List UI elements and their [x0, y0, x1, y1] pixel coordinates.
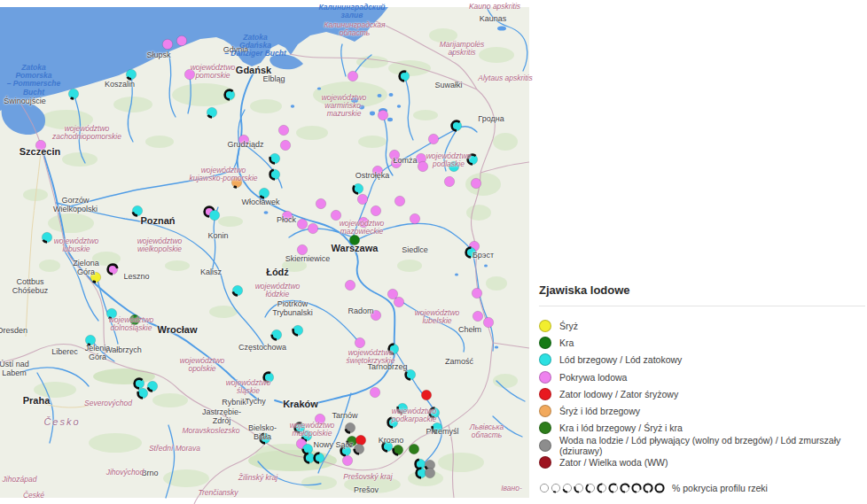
- station-marker-o[interactable]: [230, 175, 244, 190]
- station-marker-p[interactable]: [295, 243, 309, 257]
- station-marker-p[interactable]: [393, 194, 407, 208]
- coverage-60-percent-icon: [608, 483, 619, 493]
- station-marker-c[interactable]: [397, 69, 411, 83]
- station-marker-p[interactable]: [353, 336, 367, 350]
- station-marker-k[interactable]: [128, 313, 142, 327]
- station-marker-c[interactable]: [207, 208, 222, 222]
- ice-phenomena-map-app: ŚwinoujścieSzczecinKoszalinSłupskGdyniaG…: [0, 0, 867, 504]
- legend-item: Woda na lodzie / Lód pływający (wolny od…: [539, 437, 865, 454]
- station-marker-p[interactable]: [469, 176, 483, 190]
- station-marker-c[interactable]: [403, 368, 418, 382]
- legend-coverage-row: % pokrycia profilu rzeki: [539, 483, 865, 493]
- station-marker-p[interactable]: [376, 108, 390, 122]
- station-marker-p[interactable]: [442, 174, 457, 189]
- station-marker-c[interactable]: [223, 88, 237, 102]
- station-marker-p[interactable]: [183, 67, 197, 81]
- legend-swatch-icon: [539, 337, 551, 349]
- legend-item-label: Kra i lód brzegowy / Śryż i kra: [559, 423, 683, 433]
- station-marker-p[interactable]: [371, 164, 385, 178]
- station-marker-p[interactable]: [314, 197, 328, 211]
- station-marker-p[interactable]: [313, 412, 327, 426]
- station-marker-c[interactable]: [130, 204, 144, 218]
- legend-item-label: Śryż i lód brzegowy: [559, 406, 640, 416]
- station-marker-p[interactable]: [416, 159, 430, 174]
- station-marker-c[interactable]: [40, 230, 54, 244]
- coverage-80-percent-icon: [631, 483, 642, 493]
- station-marker-c[interactable]: [66, 87, 81, 101]
- station-marker-c[interactable]: [269, 328, 284, 342]
- station-marker-p[interactable]: [343, 278, 357, 292]
- legend-swatch-icon: [539, 422, 551, 434]
- station-marker-c[interactable]: [312, 451, 326, 465]
- station-marker-g[interactable]: [407, 442, 421, 456]
- legend-item: Śryż: [539, 317, 865, 334]
- station-marker-p[interactable]: [329, 208, 343, 222]
- station-marker-c[interactable]: [447, 159, 461, 174]
- legend-item: Śryż i lód brzegowy: [539, 402, 865, 419]
- station-marker-w[interactable]: [423, 466, 437, 480]
- station-marker-p[interactable]: [346, 69, 360, 83]
- station-marker-p[interactable]: [408, 212, 422, 226]
- station-marker-c[interactable]: [268, 151, 282, 166]
- station-marker-c[interactable]: [291, 323, 305, 337]
- station-marker-c[interactable]: [387, 342, 401, 356]
- legend-item-label: Kra: [559, 337, 574, 348]
- legend-item-label: Lód brzegowy / Lód zatokowy: [559, 354, 682, 365]
- station-marker-c[interactable]: [427, 406, 441, 420]
- station-marker-p[interactable]: [369, 204, 383, 218]
- legend-swatch-icon: [539, 405, 551, 417]
- station-marker-c[interactable]: [395, 401, 410, 415]
- station-marker-p[interactable]: [369, 308, 383, 322]
- station-marker-c[interactable]: [386, 415, 400, 430]
- station-marker-p[interactable]: [470, 286, 484, 300]
- legend-swatch-icon: [539, 456, 551, 469]
- coverage-scale-icons: [539, 483, 665, 493]
- coverage-40-percent-icon: [585, 483, 596, 493]
- legend-swatch-icon: [539, 388, 551, 400]
- station-marker-p[interactable]: [355, 192, 370, 206]
- station-marker-c[interactable]: [124, 67, 138, 81]
- station-marker-c[interactable]: [465, 152, 480, 167]
- legend-item: Zator / Wielka woda (WW): [539, 454, 865, 470]
- station-marker-p[interactable]: [306, 221, 320, 236]
- station-marker-c[interactable]: [268, 167, 282, 182]
- station-marker-p[interactable]: [426, 132, 441, 146]
- station-marker-p[interactable]: [389, 156, 403, 170]
- legend-items: ŚryżKraLód brzegowy / Lód zatokowyPokryw…: [539, 317, 865, 471]
- legend-title: Zjawiska lodowe: [539, 283, 865, 297]
- station-marker-c[interactable]: [257, 186, 271, 200]
- station-marker-p[interactable]: [481, 315, 496, 330]
- station-marker-p[interactable]: [237, 133, 251, 147]
- legend-item: Zator lodowy / Zator śryżowy: [539, 385, 865, 402]
- station-marker-p[interactable]: [340, 454, 355, 468]
- station-marker-g[interactable]: [391, 443, 405, 457]
- station-marker-p[interactable]: [175, 34, 189, 48]
- station-marker-p[interactable]: [34, 138, 48, 152]
- station-marker-y[interactable]: [89, 270, 103, 284]
- station-marker-p[interactable]: [278, 138, 293, 152]
- legend-item: Kra: [539, 334, 865, 351]
- legend-item-label: Pokrywa lodowa: [559, 372, 627, 383]
- station-marker-p[interactable]: [392, 295, 406, 309]
- station-marker-c[interactable]: [136, 386, 150, 400]
- legend-item-label: Zator / Wielka woda (WW): [559, 457, 668, 468]
- station-marker-c[interactable]: [258, 431, 272, 446]
- station-marker-c[interactable]: [464, 245, 478, 260]
- station-marker-c[interactable]: [262, 370, 276, 384]
- legend-swatch-icon: [539, 439, 551, 452]
- station-marker-p[interactable]: [368, 385, 382, 399]
- coverage-100-percent-icon: [654, 483, 665, 493]
- station-marker-p[interactable]: [280, 209, 294, 223]
- station-marker-p[interactable]: [160, 37, 175, 51]
- station-marker-c[interactable]: [105, 306, 119, 321]
- station-marker-p[interactable]: [277, 123, 291, 137]
- station-marker-r[interactable]: [419, 388, 434, 402]
- station-marker-p[interactable]: [105, 262, 120, 276]
- legend-item-label: Woda na lodzie / Lód pływający (wolny od…: [559, 435, 865, 456]
- station-marker-c[interactable]: [230, 283, 245, 298]
- station-marker-c[interactable]: [205, 105, 219, 120]
- station-marker-c[interactable]: [83, 333, 98, 347]
- station-marker-c[interactable]: [449, 119, 464, 133]
- station-marker-k[interactable]: [348, 233, 362, 247]
- station-marker-c[interactable]: [430, 421, 444, 435]
